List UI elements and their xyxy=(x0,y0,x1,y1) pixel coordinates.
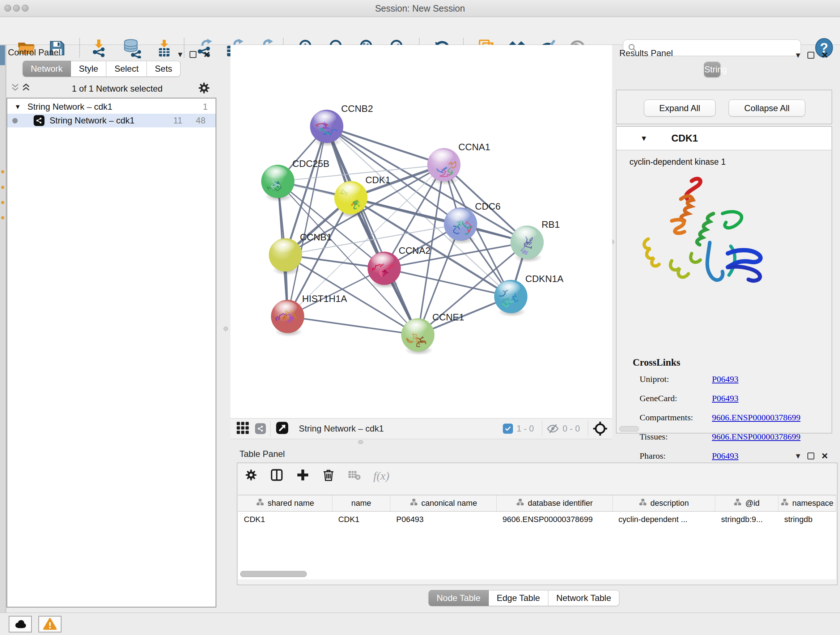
crosslink-link[interactable]: 9606.ENSP00000378699 xyxy=(712,432,801,442)
panel-float-icon[interactable] xyxy=(807,453,814,459)
table-row[interactable]: CDK1CDK1P064939606.ENSP00000378699cyclin… xyxy=(238,511,836,527)
table-hscrollbar[interactable] xyxy=(240,571,307,577)
panel-collapse-icon[interactable]: ▾ xyxy=(796,51,800,59)
panel-close-icon[interactable]: × xyxy=(821,450,828,462)
trash-icon xyxy=(322,469,335,481)
sliver-dot xyxy=(1,170,4,173)
warning-icon xyxy=(43,617,57,631)
hidden-count-badge: 0 - 0 xyxy=(562,424,580,434)
network-view-toolbar: String Network – cdk1 1 - 0 0 - 0 xyxy=(231,418,612,439)
tab-string-label: String xyxy=(704,62,720,77)
tab-select[interactable]: Select xyxy=(106,61,147,77)
table-options-button[interactable] xyxy=(245,469,257,483)
crosslink-link[interactable]: P06493 xyxy=(712,374,738,384)
external-link-icon xyxy=(275,421,289,435)
panel-float-icon[interactable] xyxy=(189,51,196,58)
tab-string[interactable]: String xyxy=(704,62,721,78)
protein-structure-image xyxy=(638,170,775,315)
node-gloss-highlight xyxy=(265,166,287,180)
table-panel-tabs: Node TableEdge TableNetwork Table xyxy=(428,590,619,606)
network-panel-options-button[interactable] xyxy=(197,81,210,96)
tab-edge-table[interactable]: Edge Table xyxy=(489,590,548,606)
column-header-shared-name[interactable]: shared name xyxy=(238,495,332,511)
column-header-name[interactable]: name xyxy=(332,495,390,511)
protein-name: CDK1 xyxy=(671,133,698,144)
column-header-description[interactable]: description xyxy=(613,495,715,511)
function-builder-button-disabled: f(x) xyxy=(373,469,389,483)
table-cell[interactable]: CDK1 xyxy=(332,511,390,527)
table-cell[interactable]: P06493 xyxy=(390,511,497,527)
table-cell[interactable]: stringdb xyxy=(778,511,836,527)
collapse-triangle-icon[interactable]: ▼ xyxy=(640,134,647,143)
panel-float-icon[interactable] xyxy=(807,52,814,59)
network-edge[interactable] xyxy=(327,126,444,165)
cloud-button[interactable] xyxy=(9,616,32,632)
tab-node-table[interactable]: Node Table xyxy=(428,590,489,606)
node-label-CDKN1A: CDKN1A xyxy=(525,273,564,284)
collapse-all-button[interactable]: Collapse All xyxy=(729,100,805,117)
delete-column-button[interactable] xyxy=(322,469,335,483)
selected-count-badge: 1 - 0 xyxy=(516,424,534,434)
show-columns-button[interactable] xyxy=(270,468,284,483)
sliver-blue-fragment xyxy=(0,45,5,65)
crosshair-icon[interactable] xyxy=(592,421,608,436)
tab-style[interactable]: Style xyxy=(71,61,106,77)
sliver-dot xyxy=(1,216,4,219)
bottom-splitter-handle[interactable] xyxy=(358,440,363,444)
column-header-label: shared name xyxy=(268,499,314,508)
network-view-grid-toggle[interactable] xyxy=(255,423,266,434)
table-panel-body: f(x) shared namenamecanonical namedataba… xyxy=(237,463,837,585)
window-title: Session: New Session xyxy=(0,3,840,14)
panel-collapse-icon[interactable]: ▾ xyxy=(796,451,800,460)
detach-view-button[interactable] xyxy=(275,421,289,437)
panel-collapse-icon[interactable]: ▾ xyxy=(178,50,182,59)
grid-icon xyxy=(235,421,250,435)
add-column-button[interactable] xyxy=(296,468,309,483)
node-table: shared namenamecanonical namedatabase id… xyxy=(238,495,836,579)
node-gloss-highlight xyxy=(498,281,521,295)
columns-icon xyxy=(270,468,284,482)
left-splitter-handle[interactable] xyxy=(224,326,228,331)
network-edge[interactable] xyxy=(287,317,418,335)
warnings-button[interactable] xyxy=(38,616,62,632)
tab-network[interactable]: Network xyxy=(22,61,71,77)
table-cell[interactable]: 9606.ENSP00000378699 xyxy=(497,511,613,527)
tab-sets[interactable]: Sets xyxy=(147,61,180,77)
column-header-label: description xyxy=(651,499,689,508)
table-cell[interactable]: CDK1 xyxy=(238,511,332,527)
column-type-icon xyxy=(516,498,524,508)
table-cell[interactable]: stringdb:9... xyxy=(715,511,778,527)
network-status-dot xyxy=(12,118,18,124)
network-graph: CCNB2CCNA1CDC25BCDK1CDC6RB1CCNB1CCNA2CDK… xyxy=(231,45,612,418)
table-header-row: shared namenamecanonical namedatabase id… xyxy=(238,495,836,511)
tree-expand-icon[interactable]: ▼ xyxy=(14,103,21,111)
column-header-namespace[interactable]: namespace xyxy=(778,495,836,511)
node-gloss-highlight xyxy=(338,182,361,196)
birds-eye-view-button[interactable] xyxy=(235,421,250,437)
network-edge[interactable] xyxy=(287,126,327,317)
crosslink-link[interactable]: 9606.ENSP00000378699 xyxy=(712,413,801,423)
toolbar-divider xyxy=(588,421,588,437)
node-label-HIST1H1A: HIST1H1A xyxy=(302,293,347,304)
table-cell[interactable]: cyclin-dependent ... xyxy=(613,511,715,527)
column-type-icon xyxy=(410,498,418,508)
background-window-sliver xyxy=(0,17,6,635)
results-hscrollbar[interactable] xyxy=(619,426,639,432)
column-header-canonical-name[interactable]: canonical name xyxy=(390,495,497,511)
node-label-RB1: RB1 xyxy=(542,219,560,230)
crosslink-label: Uniprot: xyxy=(639,374,712,384)
column-header-database-identifier[interactable]: database identifier xyxy=(497,495,613,511)
protein-card-header[interactable]: ▼ CDK1 xyxy=(616,127,831,150)
panel-close-icon[interactable]: × xyxy=(821,49,828,61)
tab-network-table[interactable]: Network Table xyxy=(548,590,620,606)
network-canvas[interactable]: CCNB2CCNA1CDC25BCDK1CDC6RB1CCNB1CCNA2CDK… xyxy=(231,45,612,418)
crosslink-link[interactable]: P06493 xyxy=(712,394,738,403)
selected-checkbox-icon[interactable] xyxy=(503,424,513,434)
protein-description: cyclin-dependent kinase 1 xyxy=(630,157,726,167)
network-row-selected[interactable]: String Network – cdk1 11 48 xyxy=(7,114,216,127)
expand-all-button[interactable]: Expand All xyxy=(644,100,715,117)
panel-close-icon[interactable]: × xyxy=(204,48,210,60)
column-header--id[interactable]: @id xyxy=(715,495,778,511)
network-collection-row[interactable]: ▼ String Network – cdk1 1 xyxy=(7,100,216,114)
network-edge-count: 48 xyxy=(196,116,205,126)
